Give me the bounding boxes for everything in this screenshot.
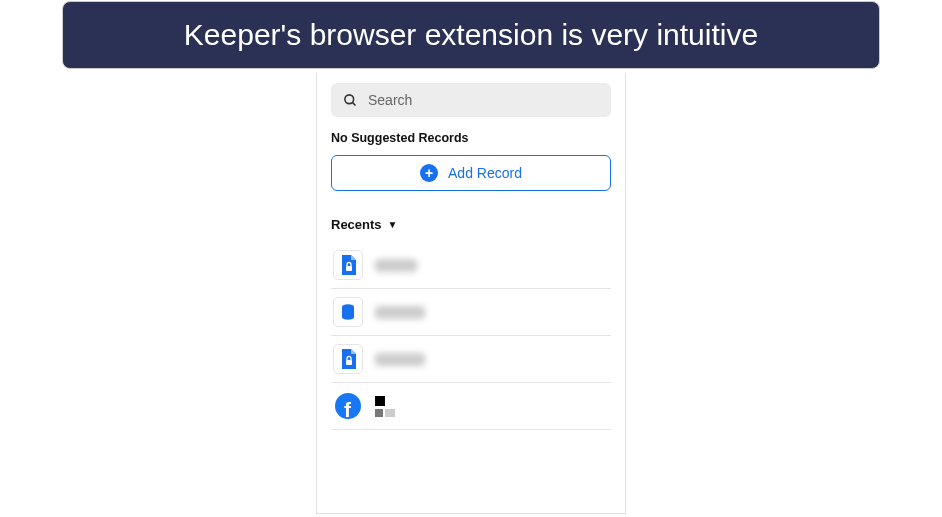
list-item[interactable] (331, 289, 611, 336)
svg-rect-4 (346, 360, 352, 365)
add-record-button[interactable]: + Add Record (331, 155, 611, 191)
facebook-icon (333, 391, 363, 421)
plus-icon: + (420, 164, 438, 182)
recents-list (331, 242, 611, 430)
search-input[interactable]: Search (331, 83, 611, 117)
record-label-redacted (375, 306, 425, 319)
list-item[interactable] (331, 383, 611, 430)
svg-point-0 (345, 94, 354, 103)
record-label-redacted (375, 353, 425, 366)
search-placeholder: Search (368, 92, 412, 108)
recents-toggle[interactable]: Recents ▼ (331, 217, 611, 232)
extension-panel: Search No Suggested Records + Add Record… (316, 73, 626, 514)
list-item[interactable] (331, 336, 611, 383)
list-item[interactable] (331, 242, 611, 289)
add-record-label: Add Record (448, 165, 522, 181)
file-lock-icon (333, 344, 363, 374)
file-lock-icon (333, 250, 363, 280)
search-icon (343, 93, 358, 108)
caret-down-icon: ▼ (388, 219, 398, 230)
svg-line-1 (352, 102, 355, 105)
no-suggested-records-label: No Suggested Records (331, 131, 611, 145)
page-title-text: Keeper's browser extension is very intui… (184, 18, 758, 51)
database-icon (333, 297, 363, 327)
record-label-redacted (375, 396, 395, 417)
svg-rect-2 (346, 266, 352, 271)
record-label-redacted (375, 259, 417, 272)
page-title-bar: Keeper's browser extension is very intui… (62, 1, 880, 69)
recents-label: Recents (331, 217, 382, 232)
